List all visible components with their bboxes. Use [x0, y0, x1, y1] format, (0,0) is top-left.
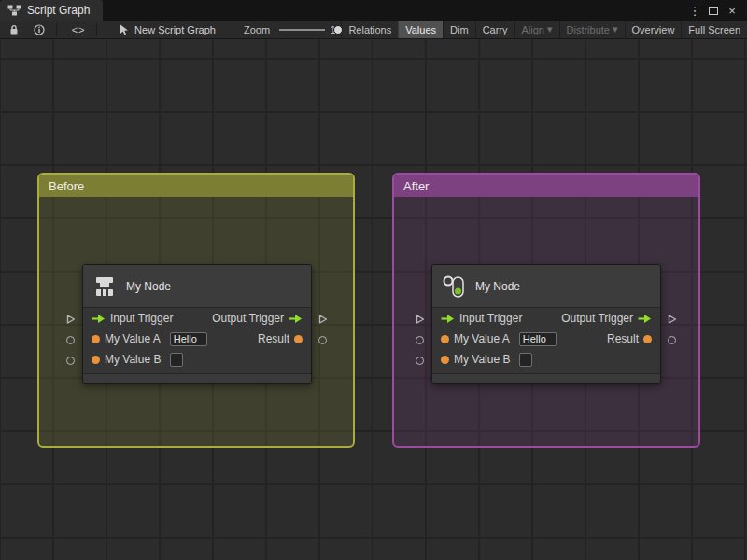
- my-node-after[interactable]: My Node Input Trigger Output Trigger My …: [431, 264, 661, 384]
- toolbar-buttons: Relations Values Dim Carry Align▾ Distri…: [341, 21, 747, 39]
- graph-selector[interactable]: New Script Graph: [120, 24, 216, 35]
- node-row-value-a: My Value A Result: [432, 329, 660, 349]
- script-graph-window: Script Graph ⋮ × <>: [0, 0, 747, 560]
- flow-port-input[interactable]: [92, 314, 106, 324]
- port-label-result: Result: [258, 332, 289, 345]
- tab-title: Script Graph: [27, 4, 90, 17]
- node-row-value-b: My Value B: [83, 349, 311, 370]
- zoom-slider-knob[interactable]: [333, 25, 343, 35]
- value-port-my-value-b[interactable]: [92, 356, 100, 364]
- toolbar: <> New Script Graph Zoom 1x Relations Va…: [0, 21, 747, 39]
- overview-button[interactable]: Overview: [625, 21, 682, 39]
- node-row-value-b: My Value B: [432, 349, 660, 370]
- my-value-a-input[interactable]: [170, 332, 207, 346]
- zoom-label: Zoom: [244, 24, 270, 35]
- port-label-my-value-a: My Value A: [105, 332, 161, 345]
- my-value-a-input[interactable]: [519, 332, 557, 346]
- dim-button[interactable]: Dim: [443, 21, 475, 39]
- node-row-value-a: My Value A Result: [83, 329, 311, 349]
- info-icon[interactable]: [30, 21, 49, 39]
- external-value-port-right[interactable]: [668, 335, 677, 344]
- close-icon[interactable]: ×: [723, 4, 741, 18]
- flow-port-output[interactable]: [638, 314, 652, 324]
- zoom-slider-track: [279, 29, 325, 31]
- node-row-trigger: Input Trigger Output Trigger: [432, 308, 660, 329]
- node-footer: [83, 373, 311, 383]
- fullscreen-button[interactable]: Full Screen: [681, 21, 747, 39]
- group-before-title: Before: [49, 179, 84, 193]
- menu-icon[interactable]: ⋮: [685, 4, 704, 18]
- port-label-output-trigger: Output Trigger: [212, 312, 284, 325]
- node-title: My Node: [475, 280, 520, 293]
- my-node-before[interactable]: My Node Input Trigger Output Trigger My …: [82, 264, 312, 384]
- dropdown-arrow-icon: ▾: [613, 23, 618, 35]
- toolbar-divider: [56, 23, 57, 35]
- toggle-icon: [442, 274, 466, 299]
- titlebar: Script Graph ⋮ ×: [0, 0, 747, 21]
- push-button-icon: [92, 274, 117, 299]
- flow-port-input[interactable]: [441, 314, 455, 324]
- maximize-icon[interactable]: [704, 4, 723, 18]
- group-before-header[interactable]: Before: [39, 175, 353, 197]
- value-port-my-value-a[interactable]: [92, 335, 100, 343]
- port-label-my-value-b: My Value B: [454, 353, 510, 366]
- port-label-result: Result: [607, 332, 639, 345]
- dropdown-arrow-icon: ▾: [547, 23, 553, 35]
- my-value-b-input[interactable]: [170, 353, 183, 367]
- external-value-port-left-b[interactable]: [66, 356, 76, 365]
- carry-button[interactable]: Carry: [475, 21, 514, 39]
- node-footer: [432, 373, 660, 383]
- external-flow-port-left[interactable]: [416, 315, 425, 324]
- group-after-header[interactable]: After: [394, 175, 698, 197]
- graph-canvas[interactable]: Before After My Node: [0, 39, 747, 560]
- external-flow-port-right[interactable]: [318, 315, 328, 324]
- my-value-b-input[interactable]: [519, 353, 532, 367]
- node-title: My Node: [126, 280, 171, 293]
- external-flow-port-right[interactable]: [668, 315, 677, 324]
- external-flow-port-left[interactable]: [66, 315, 76, 324]
- group-after-title: After: [403, 179, 429, 193]
- flow-port-output[interactable]: [289, 314, 303, 324]
- external-value-port-left-a[interactable]: [416, 335, 425, 344]
- external-value-port-left-b[interactable]: [416, 356, 425, 365]
- code-icon[interactable]: <>: [68, 21, 90, 39]
- port-label-my-value-a: My Value A: [454, 332, 510, 345]
- lock-icon[interactable]: [6, 21, 22, 39]
- align-button[interactable]: Align▾: [514, 21, 559, 39]
- graph-selector-label: New Script Graph: [134, 24, 216, 35]
- tab-script-graph[interactable]: Script Graph: [0, 0, 103, 21]
- distribute-button[interactable]: Distribute▾: [559, 21, 625, 39]
- maximize-glyph: [709, 7, 718, 15]
- cursor-icon: [120, 24, 129, 35]
- value-port-my-value-a[interactable]: [441, 335, 449, 343]
- port-label-input-trigger: Input Trigger: [110, 312, 173, 325]
- relations-button[interactable]: Relations: [341, 21, 398, 39]
- script-graph-icon: [7, 5, 21, 16]
- value-port-result[interactable]: [643, 335, 652, 343]
- external-value-port-left-a[interactable]: [66, 335, 76, 344]
- port-label-output-trigger: Output Trigger: [561, 312, 633, 325]
- node-header[interactable]: My Node: [432, 265, 660, 308]
- toolbar-divider: [96, 23, 97, 35]
- zoom-slider[interactable]: [279, 24, 325, 35]
- external-value-port-right[interactable]: [318, 335, 328, 344]
- value-port-my-value-b[interactable]: [441, 356, 449, 364]
- port-label-my-value-b: My Value B: [105, 353, 161, 366]
- value-port-result[interactable]: [294, 335, 303, 343]
- port-label-input-trigger: Input Trigger: [459, 312, 522, 325]
- values-button[interactable]: Values: [398, 21, 443, 39]
- node-row-trigger: Input Trigger Output Trigger: [83, 308, 311, 329]
- node-header[interactable]: My Node: [83, 265, 311, 308]
- window-controls: ⋮ ×: [685, 0, 747, 21]
